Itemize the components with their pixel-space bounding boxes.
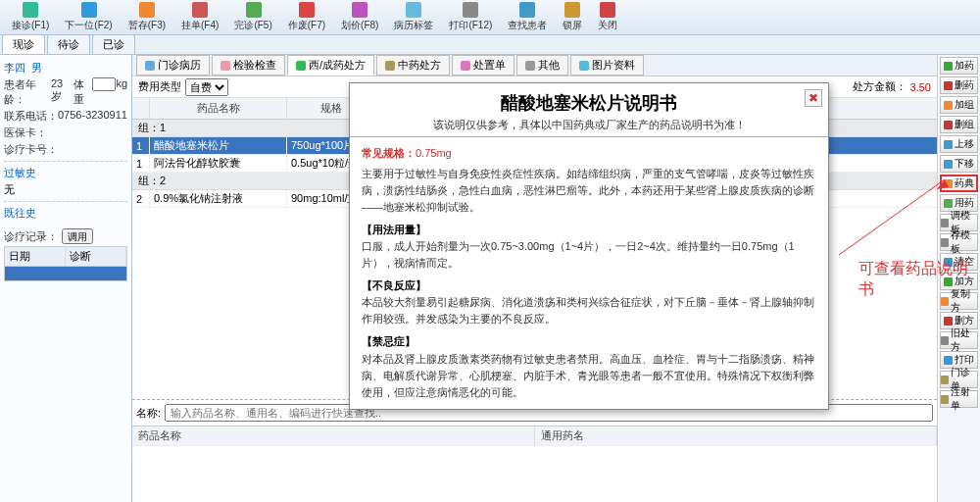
subtab[interactable]: 中药处方	[376, 55, 450, 75]
record-subtabs: 门诊病历检验检查西/成药处方中药处方处置单其他图片资料	[132, 55, 937, 76]
toolbar-btn[interactable]: 查找患者	[501, 0, 554, 35]
side-btn-复制方[interactable]: 复制方	[940, 292, 978, 310]
toolbar-btn[interactable]: 打印(F12)	[442, 0, 499, 35]
side-btn-加组[interactable]: 加组	[940, 96, 978, 114]
diag-load-button[interactable]: 调用	[62, 228, 93, 244]
action-sidebar: 加药删药加组删组上移下移药典用药调模板存模板清空加方复制方删方旧处方打印门诊单注…	[937, 55, 980, 502]
toolbar-btn[interactable]: 病历标签	[387, 0, 440, 35]
side-btn-删组[interactable]: 删组	[940, 116, 978, 133]
subtab[interactable]: 检验检查	[212, 55, 285, 75]
subtab[interactable]: 图片资料	[570, 55, 644, 75]
toolbar-btn[interactable]: 作废(F7)	[281, 0, 332, 35]
side-btn-清空[interactable]: 清空	[940, 253, 978, 271]
toolbar-btn[interactable]: 暂存(F3)	[122, 0, 172, 35]
toolbar-btn[interactable]: 锁屏	[556, 0, 589, 35]
side-btn-药典[interactable]: 药典	[940, 175, 978, 192]
toolbar-btn[interactable]: 下一位(F2)	[58, 0, 119, 35]
popup-close-button[interactable]: ✖	[805, 89, 822, 107]
patient-sex: 男	[31, 61, 42, 75]
tab[interactable]: 待诊	[47, 34, 90, 54]
toolbar-btn[interactable]: 关闭	[591, 0, 624, 35]
side-btn-删药[interactable]: 删药	[940, 76, 978, 94]
patient-tabs: 现诊待诊已诊	[0, 35, 980, 55]
side-btn-下移[interactable]: 下移	[940, 155, 978, 173]
side-btn-存模板[interactable]: 存模板	[940, 233, 978, 251]
weight-input[interactable]	[92, 77, 116, 91]
subtab[interactable]: 其他	[516, 55, 568, 75]
side-btn-注射单[interactable]: 注射单	[940, 390, 978, 408]
side-btn-上移[interactable]: 上移	[940, 135, 978, 153]
toolbar-btn[interactable]: 完诊(F5)	[227, 0, 278, 35]
diag-table: 日期诊断	[4, 246, 127, 281]
toolbar-btn[interactable]: 划价(F8)	[334, 0, 385, 35]
tab[interactable]: 已诊	[92, 34, 135, 54]
fee-type-select[interactable]: 自费	[185, 78, 228, 96]
patient-panel: 李四 男 患者年龄：23岁 体重kg 联系电话：0756-3230911 医保卡…	[0, 55, 132, 502]
popup-title: 醋酸地塞米松片说明书	[360, 91, 818, 115]
toolbar-btn[interactable]: 挂单(F4)	[174, 0, 225, 35]
side-btn-旧处方[interactable]: 旧处方	[940, 331, 978, 349]
tab[interactable]: 现诊	[2, 34, 45, 54]
subtab[interactable]: 处置单	[452, 55, 514, 75]
drug-instruction-popup: 醋酸地塞米松片说明书 该说明仅供参考，具体以中国药典或厂家生产的药品说明书为准！…	[349, 82, 829, 410]
subtab[interactable]: 门诊病历	[136, 55, 210, 75]
subtab[interactable]: 西/成药处方	[287, 55, 374, 75]
side-btn-加药[interactable]: 加药	[940, 57, 978, 75]
toolbar-btn[interactable]: 接诊(F1)	[5, 0, 56, 35]
main-toolbar: 接诊(F1)下一位(F2)暂存(F3)挂单(F4)完诊(F5)作废(F7)划价(…	[0, 0, 980, 35]
patient-name: 李四	[4, 61, 25, 75]
rx-price: 3.50	[910, 81, 931, 93]
search-result-header: 药品名称 通用药名	[132, 426, 937, 445]
